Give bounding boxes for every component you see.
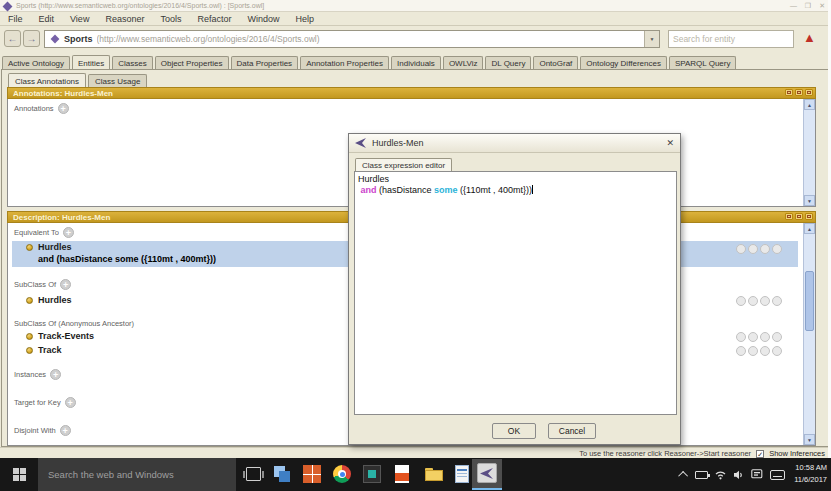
tab-ontograf[interactable]: OntoGraf bbox=[533, 56, 578, 69]
speaker-icon[interactable] bbox=[733, 470, 744, 480]
taskbar-icon-pdf[interactable] bbox=[392, 464, 412, 484]
chevron-down-icon[interactable]: ▼ bbox=[644, 31, 659, 47]
panel-maximize-icon[interactable] bbox=[795, 213, 803, 220]
main-tab-bar: Active Ontology Entities Classes Object … bbox=[2, 54, 830, 69]
row-action-button[interactable] bbox=[736, 332, 746, 342]
ontology-iri: (http://www.semanticweb.org/ontologies/2… bbox=[97, 34, 320, 44]
subclass-of-label: SubClass Of + bbox=[14, 279, 71, 290]
taskbar-icon-protege[interactable] bbox=[477, 463, 497, 483]
tab-annotation-properties[interactable]: Annotation Properties bbox=[300, 56, 389, 69]
tab-individuals[interactable]: Individuals bbox=[391, 56, 441, 69]
tab-data-properties[interactable]: Data Properties bbox=[231, 56, 299, 69]
class-icon bbox=[26, 297, 33, 304]
row-action-button[interactable] bbox=[748, 244, 758, 254]
add-equivalent-icon[interactable]: + bbox=[63, 227, 74, 238]
add-subclass-icon[interactable]: + bbox=[60, 279, 71, 290]
panel-close-icon[interactable] bbox=[805, 89, 813, 96]
scroll-up-icon[interactable]: ▲ bbox=[804, 99, 815, 110]
check-icon: ✓ bbox=[757, 451, 763, 458]
class-expression-input[interactable]: Hurdles and (hasDistance some ({110mt , … bbox=[354, 171, 677, 415]
add-annotation-icon[interactable]: + bbox=[58, 103, 69, 114]
row-action-button[interactable] bbox=[772, 244, 782, 254]
taskbar-icon-office[interactable] bbox=[302, 464, 322, 484]
row-action-button[interactable] bbox=[772, 346, 782, 356]
scroll-thumb[interactable] bbox=[805, 271, 814, 331]
taskbar-icon-file-explorer[interactable] bbox=[424, 464, 444, 484]
tab-classes[interactable]: Classes bbox=[112, 56, 152, 69]
row-action-button[interactable] bbox=[760, 346, 770, 356]
back-button[interactable]: ← bbox=[4, 30, 21, 47]
panel-close-icon[interactable] bbox=[805, 213, 813, 220]
row-action-button[interactable] bbox=[760, 244, 770, 254]
battery-icon[interactable] bbox=[695, 471, 708, 479]
tab-sparql-query[interactable]: SPARQL Query bbox=[669, 56, 737, 69]
forward-button[interactable]: → bbox=[23, 30, 40, 47]
start-button[interactable] bbox=[0, 458, 38, 491]
ok-button[interactable]: OK bbox=[492, 423, 536, 439]
menu-item-reasoner[interactable]: Reasoner bbox=[97, 14, 152, 24]
scroll-down-icon[interactable]: ▼ bbox=[804, 195, 815, 206]
row-action-button[interactable] bbox=[772, 296, 782, 306]
taskbar-icon-photos[interactable] bbox=[362, 464, 382, 484]
warning-icon[interactable]: ▲ bbox=[803, 29, 816, 47]
taskbar-search-input[interactable] bbox=[38, 458, 236, 491]
row-action-button[interactable] bbox=[772, 332, 782, 342]
row-action-button[interactable] bbox=[760, 296, 770, 306]
minimize-icon[interactable]: — bbox=[790, 0, 797, 11]
menu-item-edit[interactable]: Edit bbox=[31, 14, 63, 24]
add-disjoint-icon[interactable]: + bbox=[60, 425, 71, 436]
task-view-icon[interactable] bbox=[246, 467, 261, 481]
menu-item-refactor[interactable]: Refactor bbox=[189, 14, 239, 24]
description-scrollbar[interactable]: ▲ ▼ bbox=[803, 223, 815, 445]
add-instance-icon[interactable]: + bbox=[50, 369, 61, 380]
panel-float-icon[interactable] bbox=[785, 89, 793, 96]
panel-maximize-icon[interactable] bbox=[795, 89, 803, 96]
tab-class-expression-editor[interactable]: Class expression editor bbox=[355, 158, 452, 171]
cancel-button[interactable]: Cancel bbox=[548, 423, 596, 439]
row-action-button[interactable] bbox=[748, 296, 758, 306]
search-entity-input[interactable] bbox=[668, 30, 794, 48]
panel-float-icon[interactable] bbox=[785, 213, 793, 220]
row-action-button[interactable] bbox=[748, 346, 758, 356]
row-action-button[interactable] bbox=[736, 244, 746, 254]
keyboard-icon[interactable] bbox=[770, 470, 785, 480]
tab-ontology-differences[interactable]: Ontology Differences bbox=[580, 56, 667, 69]
active-ontology-selector[interactable]: Sports (http://www.semanticweb.org/ontol… bbox=[44, 30, 660, 48]
taskbar-clock[interactable]: 10:58 AM 11/6/2017 bbox=[794, 462, 827, 486]
scroll-down-icon[interactable]: ▼ bbox=[804, 434, 815, 445]
maximize-icon[interactable]: ❐ bbox=[805, 0, 811, 11]
menu-item-window[interactable]: Window bbox=[239, 14, 287, 24]
tab-class-usage[interactable]: Class Usage bbox=[88, 74, 147, 87]
dialog-title-bar[interactable]: Hurdles-Men ✕ bbox=[349, 134, 680, 153]
show-inferences-checkbox[interactable]: ✓ bbox=[756, 450, 764, 458]
menu-item-help[interactable]: Help bbox=[287, 14, 322, 24]
taskbar-icon-chrome[interactable] bbox=[332, 464, 352, 484]
tab-owlviz[interactable]: OWLViz bbox=[443, 56, 484, 69]
window-title: Sports (http://www.semanticweb.org/ontol… bbox=[16, 2, 264, 9]
taskbar-icon-media[interactable] bbox=[272, 464, 292, 484]
tab-entities[interactable]: Entities bbox=[72, 55, 110, 69]
menu-item-file[interactable]: File bbox=[0, 14, 31, 24]
scroll-up-icon[interactable]: ▲ bbox=[804, 223, 815, 234]
row-action-button[interactable] bbox=[748, 332, 758, 342]
taskbar-icon-document[interactable] bbox=[452, 464, 472, 484]
add-key-icon[interactable]: + bbox=[65, 397, 76, 408]
ancestor-class-name: Track-Events bbox=[38, 331, 94, 341]
tab-dl-query[interactable]: DL Query bbox=[485, 56, 531, 69]
action-center-icon[interactable] bbox=[751, 469, 763, 480]
row-action-button[interactable] bbox=[736, 296, 746, 306]
menu-item-tools[interactable]: Tools bbox=[152, 14, 189, 24]
tab-active-ontology[interactable]: Active Ontology bbox=[2, 56, 70, 69]
ontology-icon bbox=[51, 35, 60, 44]
wifi-icon[interactable] bbox=[715, 470, 726, 480]
tab-object-properties[interactable]: Object Properties bbox=[155, 56, 229, 69]
row-action-button[interactable] bbox=[736, 346, 746, 356]
row-action-button[interactable] bbox=[760, 332, 770, 342]
menu-bar: File Edit View Reasoner Tools Refactor W… bbox=[0, 12, 831, 26]
menu-item-view[interactable]: View bbox=[62, 14, 97, 24]
annotations-scrollbar[interactable]: ▲ ▼ bbox=[803, 99, 815, 206]
close-icon[interactable]: ✕ bbox=[819, 0, 825, 11]
close-icon[interactable]: ✕ bbox=[666, 138, 674, 148]
clock-date: 11/6/2017 bbox=[794, 474, 827, 486]
tab-class-annotations[interactable]: Class Annotations bbox=[8, 73, 86, 87]
